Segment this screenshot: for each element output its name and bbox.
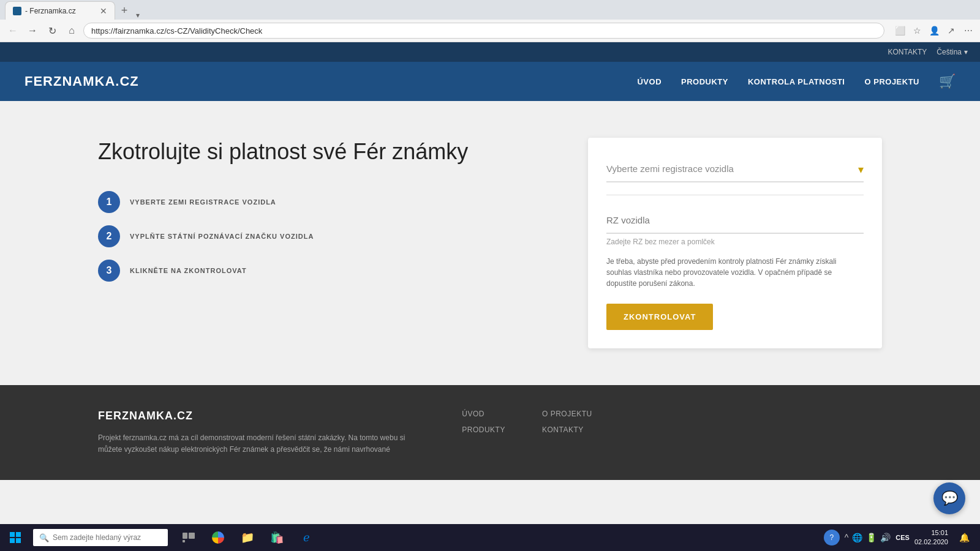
footer-link-uvod[interactable]: ÚVOD [462,410,505,418]
website: KONTAKTY Čeština ▾ FERZNAMKA.CZ ÚVOD PRO… [0,42,980,480]
footer-link-projekt[interactable]: O PROJEKTU [542,410,592,418]
svg-rect-6 [183,540,185,542]
utility-bar: KONTAKTY Čeština ▾ [0,42,980,62]
footer-left: FERZNAMKA.CZ Projekt ferznamka.cz má za … [98,410,413,455]
tab-close-button[interactable]: ✕ [100,6,107,16]
taskbar-clock[interactable]: 15:01 02.02.2020 [914,528,948,547]
site-logo[interactable]: FERZNAMKA.CZ [24,73,139,89]
refresh-button[interactable]: ↻ [44,23,60,39]
steps-list: 1 VYBERTE ZEMI REGISTRACE VOZIDLA 2 VYPL… [98,191,539,282]
browser-tab[interactable]: - Ferznamka.cz ✕ [5,1,115,20]
taskbar-app-store[interactable]: 🛍️ [263,524,290,551]
cast-icon[interactable]: ⬜ [893,24,907,37]
tab-dropdown-button[interactable]: ▾ [136,11,140,20]
home-button[interactable]: ⌂ [64,23,80,39]
language-selector[interactable]: Čeština ▾ [937,48,968,56]
step-3-number: 3 [98,260,120,282]
task-view-icon [183,533,195,542]
svg-rect-4 [183,533,187,539]
taskbar-app-chrome[interactable] [205,524,232,551]
menu-icon[interactable]: ⋯ [962,24,975,37]
files-icon: 📁 [241,531,254,544]
rz-input[interactable] [606,208,864,234]
tab-bar: - Ferznamka.cz ✕ + ▾ [0,0,980,20]
language-label: Čeština [937,48,962,56]
main-navigation: FERZNAMKA.CZ ÚVOD PRODUKTY KONTROLA PLAT… [0,62,980,101]
forward-button[interactable]: → [24,23,40,39]
step-3-text: KLIKNĚTE NA ZKONTROLOVAT [130,267,247,274]
taskbar-search-input[interactable] [53,533,162,542]
country-select-wrapper: Vyberte zemi registrace vozidla ▾ [606,156,864,182]
chat-button[interactable]: 💬 [933,482,965,514]
taskbar-date: 02.02.2020 [914,538,948,547]
nav-link-projekt[interactable]: O PROJEKTU [864,77,919,86]
svg-rect-2 [10,538,15,543]
chrome-icon [212,531,224,544]
validity-check-form: Vyberte zemi registrace vozidla ▾ Zadejt… [588,138,882,348]
taskbar-app-files[interactable]: 📁 [234,524,261,551]
form-divider [606,195,864,195]
contacts-link[interactable]: KONTAKTY [888,48,927,56]
taskbar-time: 15:01 [914,528,948,538]
step-2-number: 2 [98,225,120,247]
svg-rect-3 [16,538,21,543]
step-1-text: VYBERTE ZEMI REGISTRACE VOZIDLA [130,198,276,206]
address-bar[interactable]: https://fairznamka.cz/cs-CZ/ValidityChec… [83,23,884,39]
back-button[interactable]: ← [5,23,21,39]
taskbar-app-edge[interactable]: ℯ [293,524,320,551]
browser-toolbar-icons: ⬜ ☆ 👤 ↗ ⋯ [893,24,975,37]
step-2-text: VYPLŇTE STÁTNÍ POZNÁVACÍ ZNAČKU VOZIDLA [130,233,314,240]
svg-rect-1 [16,532,21,537]
svg-rect-0 [10,532,15,537]
store-icon: 🛍️ [270,531,284,544]
footer-link-produkty[interactable]: PRODUKTY [462,425,505,434]
check-button[interactable]: ZKONTROLOVAT [606,304,713,330]
chevron-up-icon[interactable]: ^ [845,533,849,542]
main-content: Zkotrolujte si platnost své Fér známky 1… [0,101,980,385]
step-1-number: 1 [98,191,120,213]
url-text: https://fairznamka.cz/cs-CZ/ValidityChec… [91,26,262,36]
language-chevron: ▾ [964,48,968,56]
help-icon[interactable]: ? [824,530,840,545]
footer-nav-col-2: O PROJEKTU KONTAKTY [542,410,592,455]
footer-link-kontakty[interactable]: KONTAKTY [542,425,592,434]
network-icon[interactable]: 🌐 [852,533,862,542]
tab-favicon [13,7,21,15]
cart-icon[interactable]: 🛒 [939,73,956,89]
battery-icon[interactable]: 🔋 [866,533,876,542]
taskbar-apps: 📁 🛍️ ℯ [175,524,320,551]
footer-logo: FERZNAMKA.CZ [98,410,413,422]
start-button[interactable] [0,524,31,551]
footer-nav-col-1: ÚVOD PRODUKTY [462,410,505,455]
step-1: 1 VYBERTE ZEMI REGISTRACE VOZIDLA [98,191,539,213]
footer: FERZNAMKA.CZ Projekt ferznamka.cz má za … [0,385,980,480]
notification-button[interactable]: 🔔 [953,524,975,551]
footer-navigation: ÚVOD PRODUKTY O PROJEKTU KONTAKTY [462,410,882,455]
page-title: Zkotrolujte si platnost své Fér známky [98,138,539,167]
step-2: 2 VYPLŇTE STÁTNÍ POZNÁVACÍ ZNAČKU VOZIDL… [98,225,539,247]
edge-icon: ℯ [303,531,310,544]
profile-icon[interactable]: 👤 [927,24,941,37]
taskbar-right: ? ^ 🌐 🔋 🔊 CES 15:01 02.02.2020 🔔 [824,524,980,551]
taskbar-system-icons: ^ 🌐 🔋 🔊 [845,533,891,542]
volume-icon[interactable]: 🔊 [880,533,891,542]
rz-hint: Zadejte RZ bez mezer a pomlček [606,238,864,246]
taskbar-search[interactable]: 🔍 [33,529,168,546]
bookmark-icon[interactable]: ☆ [910,24,924,37]
share-icon[interactable]: ↗ [944,24,958,37]
footer-description: Projekt ferznamka.cz má za cíl demonstro… [98,432,413,455]
nav-link-kontrola[interactable]: KONTROLA PLATNOSTI [748,77,845,86]
legal-text: Je třeba, abyste před provedením kontrol… [606,256,864,289]
tab-title: - Ferznamka.cz [25,7,76,15]
nav-link-uvod[interactable]: ÚVOD [637,77,662,86]
ces-label: CES [895,534,910,541]
browser-chrome: - Ferznamka.cz ✕ + ▾ ← → ↻ ⌂ https://fai… [0,0,980,42]
new-tab-button[interactable]: + [115,1,134,20]
taskbar-search-icon: 🔍 [39,533,49,542]
country-select[interactable]: Vyberte zemi registrace vozidla [606,156,864,182]
left-section: Zkotrolujte si platnost své Fér známky 1… [98,138,539,282]
taskbar-app-task-view[interactable] [175,524,202,551]
taskbar: 🔍 📁 🛍️ ℯ ? ^ 🌐 🔋 🔊 [0,524,980,551]
address-bar-row: ← → ↻ ⌂ https://fairznamka.cz/cs-CZ/Vali… [0,20,980,42]
nav-link-produkty[interactable]: PRODUKTY [681,77,728,86]
